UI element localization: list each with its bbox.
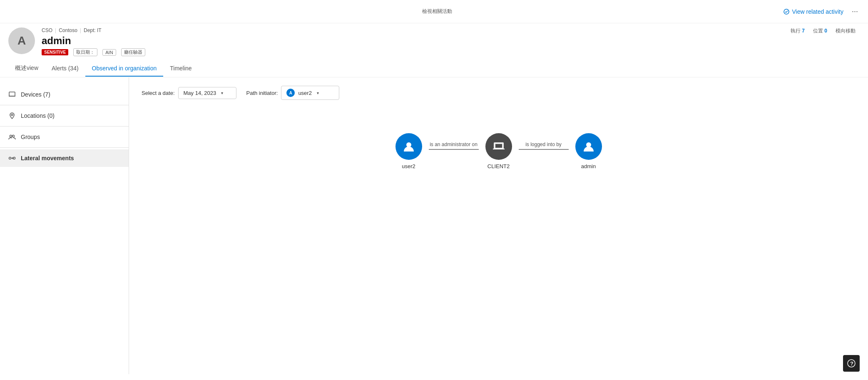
meta-row: SENSITIVE 取日期： AIN 廳任驗器 (42, 48, 145, 56)
more-options-button[interactable]: ··· (850, 7, 860, 16)
tab-timeline[interactable]: Timeline (163, 61, 198, 77)
node-client2-circle (485, 133, 512, 160)
admin-person-icon (582, 140, 595, 153)
content-area: Select a date: May 14, 2023 ▾ Path initi… (129, 77, 868, 374)
connector-2: is logged into by (512, 142, 575, 161)
activity-icon (783, 8, 790, 15)
initiator-chevron-icon: ▾ (317, 91, 319, 95)
help-button[interactable]: ? (843, 355, 860, 372)
date-select[interactable]: May 14, 2023 ▾ (178, 87, 236, 99)
center-label: 檢視相關活動 (422, 8, 452, 14)
breadcrumb-contoso: Contoso (59, 27, 77, 33)
tag-3: 廳任驗器 (121, 48, 145, 56)
initiator-filter-label: Path initiator: (246, 90, 278, 96)
avatar: A (8, 27, 35, 54)
tab-alerts[interactable]: Alerts (34) (45, 61, 85, 77)
top-bar-right: View related activity ··· (783, 7, 860, 16)
stat-lateral: 模向移動 (836, 27, 856, 35)
profile-header: A CSO | Contoso | Dept: IT admin SENSITI… (0, 23, 868, 60)
sidebar-lateral-label: Lateral movements (21, 155, 74, 161)
sidebar-locations-label: Locations (0) (21, 112, 55, 119)
profile-details: CSO | Contoso | Dept: IT admin SENSITIVE… (42, 27, 145, 56)
svg-rect-1 (9, 92, 15, 96)
tag-2: AIN (102, 49, 116, 56)
date-filter-label: Select a date: (142, 90, 175, 96)
node-client2: CLIENT2 (485, 133, 512, 169)
laptop-icon (8, 91, 16, 98)
connector-1-line (429, 149, 479, 150)
node-user2: user2 (395, 133, 422, 169)
svg-text:?: ? (850, 360, 853, 367)
sidebar: Devices (7) Locations (0) Groups (0, 77, 129, 374)
node-admin-label: admin (581, 163, 596, 169)
user2-person-icon (402, 140, 415, 153)
filter-row: Select a date: May 14, 2023 ▾ Path initi… (142, 86, 856, 100)
connector-1: is an administrator on (422, 142, 485, 161)
svg-rect-9 (495, 144, 502, 148)
node-user2-circle (395, 133, 422, 160)
svg-point-4 (12, 135, 15, 137)
date-value: May 14, 2023 (184, 90, 216, 96)
initiator-avatar: A (286, 89, 295, 97)
tab-overview[interactable]: 概述view (8, 60, 45, 77)
sidebar-item-groups[interactable]: Groups (0, 128, 129, 146)
sidebar-divider-2 (0, 126, 129, 127)
connector-2-label: is logged into by (525, 142, 562, 147)
initiator-select[interactable]: A user2 ▾ (281, 86, 339, 100)
initiator-value: user2 (298, 90, 312, 96)
sidebar-divider-3 (0, 147, 129, 148)
node-admin: admin (575, 133, 602, 169)
sidebar-devices-label: Devices (7) (21, 91, 50, 98)
lateral-icon (8, 154, 16, 162)
view-related-button[interactable]: View related activity (783, 8, 843, 15)
view-related-label: View related activity (792, 8, 843, 15)
sidebar-groups-label: Groups (21, 134, 40, 140)
help-icon: ? (847, 359, 856, 368)
svg-point-3 (10, 135, 12, 137)
connector-1-label: is an administrator on (430, 142, 478, 147)
breadcrumb-cso: CSO (42, 27, 52, 33)
date-chevron-icon: ▾ (221, 91, 223, 95)
sidebar-item-devices[interactable]: Devices (7) (0, 86, 129, 103)
tag-1: 取日期： (73, 48, 97, 56)
sidebar-item-locations[interactable]: Locations (0) (0, 107, 129, 124)
node-admin-circle (575, 133, 602, 160)
top-bar-center: 檢視相關活動 (422, 8, 452, 15)
connector-2-line (519, 149, 569, 150)
node-user2-label: user2 (402, 163, 415, 169)
client2-laptop-icon (492, 140, 505, 153)
date-filter-group: Select a date: May 14, 2023 ▾ (142, 87, 236, 99)
node-client2-label: CLIENT2 (487, 163, 510, 169)
main-layout: Devices (7) Locations (0) Groups (0, 77, 868, 374)
stat-devices: 位置 0 (813, 27, 827, 35)
sensitive-badge: SENSITIVE (42, 49, 68, 55)
tab-observed[interactable]: Observed in organization (85, 61, 164, 77)
top-bar: 檢視相關活動 View related activity ··· (0, 0, 868, 23)
name-row: admin (42, 35, 145, 47)
graph-area: user2 is an administrator on CLIENT2 (142, 133, 856, 169)
breadcrumb: CSO | Contoso | Dept: IT (42, 27, 145, 33)
side-stats: 執行 7 位置 0 模向移動 (791, 27, 860, 35)
initiator-filter-group: Path initiator: A user2 ▾ (246, 86, 340, 100)
group-icon (8, 133, 16, 141)
sidebar-item-lateral[interactable]: Lateral movements (0, 149, 129, 167)
sidebar-divider-1 (0, 105, 129, 105)
location-icon (8, 112, 16, 119)
svg-point-2 (11, 114, 13, 116)
svg-point-5 (9, 157, 11, 159)
stat-actions: 執行 7 (791, 27, 805, 35)
breadcrumb-dept: Dept: IT (84, 27, 102, 33)
user-name: admin (42, 35, 71, 47)
profile-top-row: A CSO | Contoso | Dept: IT admin SENSITI… (8, 27, 860, 56)
tabs-bar: 概述view Alerts (34) Observed in organizat… (0, 60, 868, 77)
